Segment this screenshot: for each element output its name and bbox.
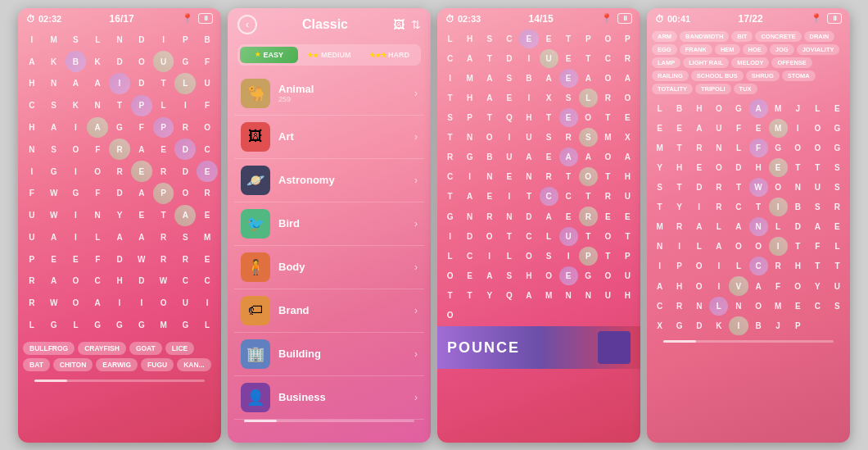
cell: D <box>174 161 196 182</box>
cell: E <box>43 248 65 270</box>
cell: O <box>579 108 598 127</box>
cell: T <box>109 95 130 116</box>
cell: X <box>540 89 558 107</box>
cell: S <box>500 69 518 88</box>
art-arrow: › <box>414 131 418 143</box>
cell: M <box>460 69 479 88</box>
pin-icon-3: 📍 <box>601 13 613 24</box>
animal-count: 259 <box>278 95 406 103</box>
cell: T <box>789 237 807 256</box>
cell: D <box>174 139 196 160</box>
cell: B <box>66 51 87 72</box>
menu-title: Classic <box>257 17 393 32</box>
cell: B <box>670 99 689 118</box>
cell: X <box>618 128 637 147</box>
category-animal[interactable]: 🐪 Animal 259 › <box>234 72 424 116</box>
cell: E <box>559 49 578 68</box>
cell: T <box>670 139 689 157</box>
easy-tab[interactable]: ★ EASY <box>240 47 298 63</box>
tag-joviality: JOVIALITY <box>797 44 840 55</box>
cell: C <box>808 297 827 316</box>
cell: F <box>729 119 748 138</box>
cell: A <box>540 207 558 225</box>
cell: N <box>650 237 669 256</box>
cell: G <box>769 139 788 157</box>
score-3: 14/15 <box>529 13 554 25</box>
category-art[interactable]: 🖼 Art › <box>234 116 424 159</box>
brand-icon: 🏷 <box>241 296 270 325</box>
cell: J <box>769 316 788 335</box>
category-brand[interactable]: 🏷 Brand › <box>234 289 424 333</box>
cell: W <box>43 183 65 204</box>
tag-bit: BIT <box>731 31 753 42</box>
category-bird[interactable]: 🐦 Bird › <box>234 202 424 246</box>
cell: T <box>618 227 637 246</box>
category-body[interactable]: 🧍 Body › <box>234 246 424 289</box>
status-bar-3: ⏱ 02:33 14/15 📍 ⏸ <box>437 8 640 28</box>
cell: R <box>670 217 689 236</box>
cell: O <box>729 237 748 256</box>
cell: O <box>769 178 788 197</box>
cell: T <box>559 167 578 186</box>
tag-stoma: STOMA <box>782 70 816 81</box>
cell: I <box>66 161 87 182</box>
pounce-bar[interactable]: POUNCE <box>437 326 640 369</box>
business-arrow: › <box>414 392 418 403</box>
cell: S <box>579 128 598 147</box>
cell: E <box>828 217 847 236</box>
cell: D <box>789 217 807 236</box>
cell: G <box>460 148 479 166</box>
cell: W <box>749 178 768 197</box>
cell: H <box>519 108 538 127</box>
cell: A <box>579 69 598 88</box>
bird-arrow: › <box>414 218 418 230</box>
cell: R <box>109 161 130 182</box>
cell: T <box>749 198 768 216</box>
cell: O <box>131 51 152 72</box>
tag-earwig: EARWIG <box>96 358 138 371</box>
building-name: Building <box>278 348 406 360</box>
pause-btn-4[interactable]: ⏸ <box>827 13 842 24</box>
tag-chiton: CHITON <box>53 358 93 371</box>
cell: F <box>21 183 43 204</box>
cell: D <box>131 73 152 94</box>
cell: C <box>500 30 518 48</box>
cell: L <box>709 217 728 236</box>
cell: E <box>197 248 218 270</box>
cell: G <box>43 161 65 182</box>
cell: C <box>197 139 218 160</box>
easy-star: ★ <box>255 51 260 58</box>
cell: N <box>480 167 499 186</box>
category-building[interactable]: 🏢 Building › <box>234 333 424 376</box>
cell: U <box>709 119 728 138</box>
cell: O <box>540 266 558 285</box>
cell: B <box>197 30 218 51</box>
cell: T <box>460 286 479 305</box>
cell: N <box>749 217 768 236</box>
sort-icon[interactable]: ⇅ <box>411 18 421 31</box>
cell: M <box>769 119 788 138</box>
screen3: ⏱ 02:33 14/15 📍 ⏸ L H S C E E T P O P C … <box>437 8 640 443</box>
cell: E <box>559 266 578 285</box>
cell: S <box>828 158 847 177</box>
pause-btn-1[interactable]: ⏸ <box>198 13 213 24</box>
medium-tab[interactable]: ★★ MEDIUM <box>300 47 358 63</box>
cell: K <box>87 51 108 72</box>
image-icon[interactable]: 🖼 <box>393 18 405 31</box>
cell: A <box>579 148 598 166</box>
pause-btn-3[interactable]: ⏸ <box>617 13 632 24</box>
cell: D <box>131 270 152 292</box>
cell: E <box>769 158 788 177</box>
back-button[interactable]: ‹ <box>237 15 257 34</box>
cell: M <box>540 286 558 305</box>
cell: U <box>197 73 218 94</box>
hard-tab[interactable]: ★★★ HARD <box>360 47 418 63</box>
category-astronomy[interactable]: 🪐 Astronomy › <box>234 159 424 202</box>
cell: I <box>66 117 87 139</box>
cell: L <box>729 139 748 157</box>
cell: M <box>197 227 218 248</box>
cell: P <box>21 248 43 270</box>
category-business[interactable]: 👤 Business › <box>234 376 424 420</box>
score-1: 16/17 <box>110 13 134 25</box>
tag-concrete: CONCRETE <box>755 31 801 42</box>
